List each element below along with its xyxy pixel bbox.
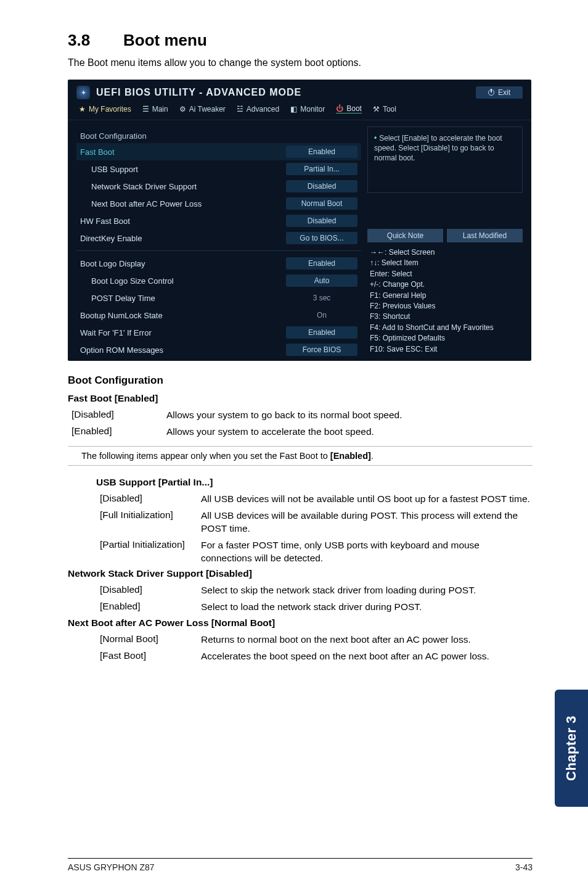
value-post-delay[interactable]: 3 sec: [286, 292, 357, 304]
value-wait-f1[interactable]: Enabled: [286, 326, 357, 339]
hotkey-row: F10: Save ESC: Exit: [370, 344, 520, 355]
value-network-stack[interactable]: Disabled: [286, 180, 357, 192]
option-row: [Enabled] Select to load the network sta…: [96, 601, 533, 614]
section-heading-fast-boot: Fast Boot [Enabled]: [68, 393, 533, 404]
value-directkey[interactable]: Go to BIOS...: [286, 232, 357, 244]
section-heading-boot-config: Boot Configuration: [68, 374, 533, 387]
value-numlock[interactable]: On: [286, 309, 357, 321]
help-panel: •Select [Enable] to accelerate the boot …: [367, 126, 523, 193]
option-key: [Disabled]: [96, 493, 201, 506]
section-boot-configuration: Boot Configuration: [76, 126, 361, 143]
footer-product: ASUS GRYPHON Z87: [68, 862, 155, 872]
row-hw-fast-boot[interactable]: HW Fast BootDisabled: [76, 212, 361, 229]
row-option-rom[interactable]: Option ROM MessagesForce BIOS: [76, 341, 361, 358]
row-wait-f1[interactable]: Wait For 'F1' If ErrorEnabled: [76, 324, 361, 341]
value-boot-logo-size[interactable]: Auto: [286, 274, 357, 287]
tab-boot[interactable]: ⏻ Boot: [336, 104, 362, 113]
row-next-boot[interactable]: Next Boot after AC Power LossNormal Boot: [76, 195, 361, 212]
hotkey-row: F5: Optimized Defaults: [370, 333, 520, 344]
option-row: [Normal Boot] Returns to normal boot on …: [96, 633, 533, 646]
bios-tab-bar: ★ My Favorites ☰ Main ⚙ Ai Tweaker ☳ Adv…: [68, 101, 531, 120]
hotkey-row: ↑↓: Select Item: [370, 258, 520, 268]
row-directkey[interactable]: DirectKey EnableGo to BIOS...: [76, 229, 361, 247]
option-desc: Allows your system to accelerate the boo…: [166, 426, 533, 439]
row-fast-boot[interactable]: Fast BootEnabled: [76, 143, 361, 160]
row-numlock[interactable]: Bootup NumLock StateOn: [76, 307, 361, 324]
value-next-boot[interactable]: Normal Boot: [286, 197, 357, 210]
value-usb-support[interactable]: Partial In...: [286, 163, 357, 175]
tab-main[interactable]: ☰ Main: [142, 104, 168, 113]
bios-title: UEFI BIOS UTILITY - ADVANCED MODE: [96, 87, 476, 98]
note-block: The following items appear only when you…: [68, 446, 533, 466]
bios-screenshot: ✦ UEFI BIOS UTILITY - ADVANCED MODE Exit…: [68, 80, 531, 361]
footer-page-number: 3-43: [515, 862, 533, 872]
section-heading-usb-support: USB Support [Partial In...]: [96, 477, 533, 488]
heading-number: 3.8: [68, 31, 123, 50]
page-footer: ASUS GRYPHON Z87 3-43: [68, 858, 533, 872]
tab-monitor[interactable]: ◧ Monitor: [290, 104, 325, 113]
power-icon: [488, 89, 494, 96]
option-desc: Allows your system to go back to its nor…: [166, 409, 533, 422]
hotkey-panel: →←: Select Screen ↑↓: Select Item Enter:…: [367, 242, 523, 357]
value-fast-boot[interactable]: Enabled: [286, 146, 357, 158]
hotkey-row: F3: Shortcut: [370, 311, 520, 322]
help-text: Select [Enable] to accelerate the boot s…: [374, 134, 502, 162]
row-post-delay[interactable]: POST Delay Time3 sec: [76, 289, 361, 307]
option-row: [Disabled] Allows your system to go back…: [68, 409, 533, 422]
tab-my-favorites[interactable]: ★ My Favorites: [79, 104, 131, 113]
option-key: [Disabled]: [68, 409, 166, 422]
option-row: [Enabled] Allows your system to accelera…: [68, 426, 533, 439]
option-key: [Fast Boot]: [96, 650, 201, 663]
option-key: [Disabled]: [96, 584, 201, 597]
tab-tool[interactable]: ⚒ Tool: [373, 104, 396, 113]
value-boot-logo[interactable]: Enabled: [286, 257, 357, 270]
option-key: [Enabled]: [96, 601, 201, 614]
option-key: [Enabled]: [68, 426, 166, 439]
last-modified-button[interactable]: Last Modified: [447, 229, 523, 242]
hotkey-row: Enter: Select: [370, 269, 520, 279]
tab-advanced[interactable]: ☳ Advanced: [237, 104, 279, 113]
option-row: [Fast Boot] Accelerates the boot speed o…: [96, 650, 533, 663]
option-row: [Full Initialization] All USB devices wi…: [96, 510, 533, 535]
hotkey-row: F1: General Help: [370, 291, 520, 301]
exit-button[interactable]: Exit: [476, 86, 523, 99]
chapter-tab-label: Chapter 3: [563, 716, 579, 781]
row-boot-logo-display[interactable]: Boot Logo DisplayEnabled: [76, 255, 361, 272]
page-heading: 3.8Boot menu: [68, 31, 533, 50]
section-heading-next-boot: Next Boot after AC Power Loss [Normal Bo…: [68, 617, 533, 629]
option-desc: Select to load the network stack driver …: [201, 601, 533, 614]
option-key: [Full Initialization]: [96, 510, 201, 535]
row-boot-logo-size[interactable]: Boot Logo Size ControlAuto: [76, 272, 361, 289]
option-desc: Returns to normal boot on the next boot …: [201, 633, 533, 646]
value-option-rom[interactable]: Force BIOS: [286, 344, 357, 356]
option-desc: Accelerates the boot speed on the next b…: [201, 650, 533, 663]
hotkey-row: F4: Add to ShortCut and My Favorites: [370, 323, 520, 333]
option-desc: For a faster POST time, only USB ports w…: [201, 539, 533, 565]
option-desc: All USB devices will be available during…: [201, 510, 533, 535]
divider: [76, 250, 361, 251]
option-desc: All USB devices will not be available un…: [201, 493, 533, 506]
option-key: [Partial Initialization]: [96, 539, 201, 565]
option-row: [Disabled] Select to skip the network st…: [96, 584, 533, 597]
option-row: [Disabled] All USB devices will not be a…: [96, 493, 533, 506]
tab-ai-tweaker[interactable]: ⚙ Ai Tweaker: [179, 104, 226, 113]
option-desc: Select to skip the network stack driver …: [201, 584, 533, 597]
section-heading-network-stack: Network Stack Driver Support [Disabled]: [68, 568, 533, 579]
exit-label: Exit: [498, 88, 510, 97]
option-key: [Normal Boot]: [96, 633, 201, 646]
uefi-logo-icon: ✦: [76, 86, 90, 99]
hotkey-row: F2: Previous Values: [370, 301, 520, 311]
page-subtitle: The Boot menu items allow you to change …: [68, 57, 533, 68]
hotkey-row: +/-: Change Opt.: [370, 279, 520, 290]
chapter-tab: Chapter 3: [555, 690, 588, 807]
value-hw-fast-boot[interactable]: Disabled: [286, 215, 357, 227]
row-network-stack[interactable]: Network Stack Driver SupportDisabled: [76, 178, 361, 195]
hotkey-row: →←: Select Screen: [370, 247, 520, 258]
row-usb-support[interactable]: USB SupportPartial In...: [76, 160, 361, 178]
note-text: The following items appear only when you…: [81, 451, 374, 461]
quick-note-button[interactable]: Quick Note: [367, 229, 443, 242]
heading-title: Boot menu: [123, 31, 207, 49]
option-row: [Partial Initialization] For a faster PO…: [96, 539, 533, 565]
